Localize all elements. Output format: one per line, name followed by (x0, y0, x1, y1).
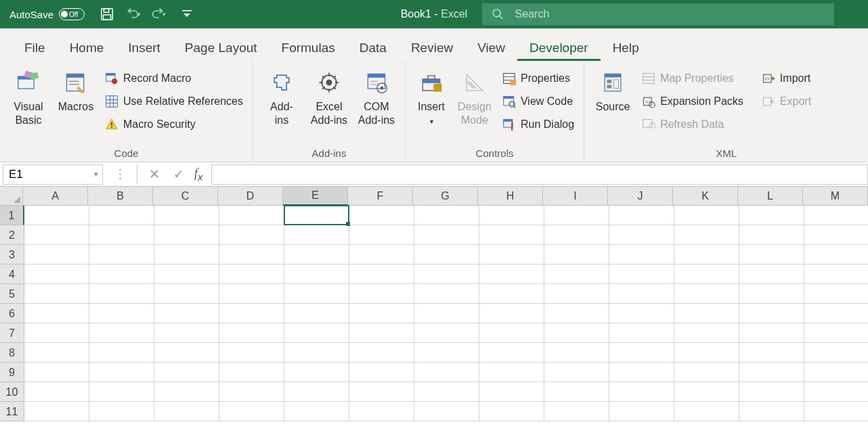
column-header[interactable]: L (738, 187, 803, 206)
autosave-toggle[interactable]: AutoSave Off (9, 8, 85, 20)
cell[interactable] (154, 382, 219, 402)
row-header[interactable]: 3 (0, 245, 24, 264)
cell[interactable] (284, 343, 349, 363)
cell[interactable] (24, 402, 89, 421)
cell[interactable] (739, 284, 804, 304)
cell[interactable] (804, 402, 868, 421)
cell[interactable] (609, 402, 674, 421)
tab-home[interactable]: Home (58, 34, 116, 61)
cell[interactable] (479, 343, 544, 363)
cell[interactable] (349, 343, 414, 363)
cell[interactable] (674, 402, 739, 421)
cell[interactable] (24, 225, 89, 245)
cell[interactable] (89, 382, 154, 402)
cell[interactable] (414, 245, 479, 264)
cell[interactable] (739, 382, 804, 402)
cell[interactable] (544, 206, 609, 225)
macros-button[interactable]: Macros (54, 66, 97, 114)
cell[interactable] (284, 225, 349, 245)
cell[interactable] (284, 402, 349, 421)
cell[interactable] (609, 245, 674, 264)
cell[interactable] (349, 304, 414, 323)
name-box-dropdown-icon[interactable]: ▾ (94, 170, 98, 179)
cell[interactable] (89, 363, 154, 382)
cell[interactable] (544, 363, 609, 382)
cell[interactable] (24, 363, 89, 382)
cell[interactable] (609, 264, 674, 284)
column-header[interactable]: B (88, 187, 153, 206)
cell[interactable] (349, 245, 414, 264)
cell[interactable] (219, 206, 284, 225)
com-addins-button[interactable]: COM Add-ins (355, 66, 398, 127)
cell[interactable] (804, 304, 868, 323)
cell[interactable] (674, 363, 739, 382)
cell[interactable] (544, 304, 609, 323)
design-mode-button[interactable]: Design Mode (454, 66, 495, 127)
column-header[interactable]: C (153, 187, 218, 206)
cell[interactable] (89, 284, 154, 304)
more-icon[interactable]: ⋮ (111, 166, 129, 183)
properties-button[interactable]: Properties (499, 69, 577, 88)
enter-icon[interactable]: ✓ (170, 166, 188, 183)
cell[interactable] (739, 402, 804, 421)
redo-dropdown-icon[interactable]: ▾ (162, 11, 166, 18)
cell[interactable] (89, 304, 154, 323)
tab-developer[interactable]: Developer (517, 34, 601, 61)
cell[interactable] (609, 225, 674, 245)
column-header[interactable]: I (543, 187, 608, 206)
cell[interactable] (804, 323, 868, 343)
cell[interactable] (24, 382, 89, 402)
cell[interactable] (674, 206, 739, 225)
cell[interactable] (24, 343, 89, 363)
cell[interactable] (89, 206, 154, 225)
cell[interactable] (349, 363, 414, 382)
row-header[interactable]: 10 (0, 382, 24, 402)
export-button[interactable]: Export (758, 92, 814, 111)
row-header[interactable]: 8 (0, 343, 24, 363)
cell[interactable] (219, 402, 284, 421)
cell[interactable] (154, 304, 219, 323)
cell[interactable] (154, 284, 219, 304)
cell[interactable] (219, 304, 284, 323)
cell[interactable] (414, 382, 479, 402)
cell[interactable] (674, 382, 739, 402)
cell[interactable] (414, 304, 479, 323)
cell[interactable] (414, 343, 479, 363)
source-button[interactable]: Source (591, 66, 634, 114)
fx-icon[interactable]: fx (194, 166, 203, 183)
cell[interactable] (609, 343, 674, 363)
cell[interactable] (154, 343, 219, 363)
column-header[interactable]: D (218, 187, 283, 206)
cell[interactable] (479, 264, 544, 284)
cell[interactable] (284, 323, 349, 343)
cell[interactable] (219, 363, 284, 382)
undo-dropdown-icon[interactable]: ▾ (137, 11, 141, 18)
cell[interactable] (89, 225, 154, 245)
cell[interactable] (804, 264, 868, 284)
cell[interactable] (24, 323, 89, 343)
row-header[interactable]: 11 (0, 402, 24, 421)
cancel-icon[interactable]: ✕ (146, 166, 163, 183)
visual-basic-button[interactable]: Visual Basic (7, 66, 50, 127)
cell[interactable] (804, 382, 868, 402)
row-header[interactable]: 5 (0, 284, 24, 304)
tab-view[interactable]: View (465, 34, 517, 61)
insert-control-button[interactable]: Insert▾ (412, 66, 450, 127)
cell[interactable] (739, 264, 804, 284)
record-macro-button[interactable]: Record Macro (102, 69, 246, 88)
cell[interactable] (739, 206, 804, 225)
cell[interactable] (479, 225, 544, 245)
cell[interactable] (609, 382, 674, 402)
cell[interactable] (219, 382, 284, 402)
cell[interactable] (89, 343, 154, 363)
cell[interactable] (154, 225, 219, 245)
cell[interactable] (154, 323, 219, 343)
toggle-switch[interactable]: Off (59, 8, 85, 20)
cell[interactable] (219, 284, 284, 304)
cell[interactable] (739, 323, 804, 343)
cell[interactable] (89, 323, 154, 343)
search-box[interactable] (482, 3, 834, 25)
cell[interactable] (284, 264, 349, 284)
cell[interactable] (284, 304, 349, 323)
row-header[interactable]: 9 (0, 363, 24, 382)
